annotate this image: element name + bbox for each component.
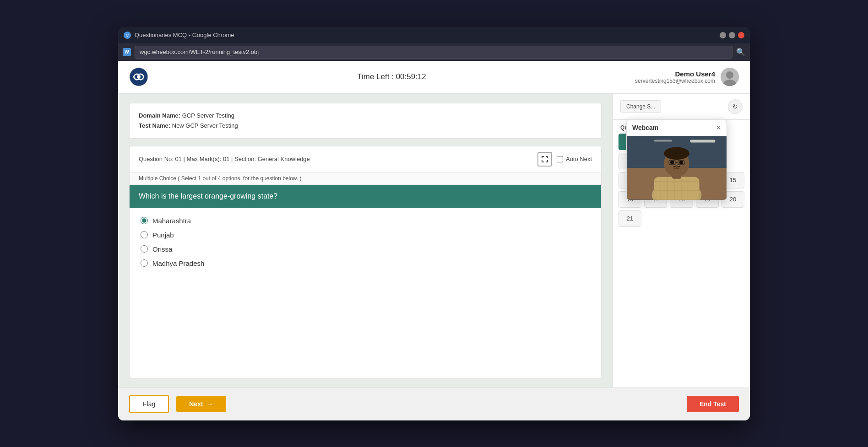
user-email: servertesting153@wheebox.com — [635, 78, 715, 84]
question-num-21[interactable]: 21 — [618, 210, 641, 227]
maximize-button[interactable] — [729, 32, 735, 38]
auto-next-label[interactable]: Auto Next — [557, 156, 592, 162]
end-test-button[interactable]: End Test — [687, 396, 739, 412]
domain-label: Domain Name: — [139, 112, 180, 119]
svg-rect-7 — [654, 140, 672, 141]
app-header: Time Left : 00:59:12 Demo User4 serverte… — [118, 61, 750, 94]
sidebar-header: Change S... ↻ — [613, 94, 750, 120]
question-meta-text: Question No: 01 | Max Mark(s): 01 | Sect… — [139, 156, 310, 162]
domain-value: GCP Server Testing — [182, 112, 234, 119]
webcam-feed — [627, 136, 727, 200]
question-meta-controls: Auto Next — [537, 152, 592, 167]
svg-point-1 — [137, 75, 141, 79]
test-name-info: Test Name: New GCP Server Testing — [139, 121, 592, 131]
option-1-text: Maharashtra — [152, 217, 191, 225]
chrome-logo: C — [124, 32, 131, 39]
next-button[interactable]: Next → — [176, 396, 226, 412]
svg-point-3 — [726, 71, 733, 79]
svg-rect-6 — [690, 140, 716, 142]
wheebox-logo — [129, 67, 148, 86]
question-card: Question No: 01 | Max Mark(s): 01 | Sect… — [129, 146, 602, 378]
sidebar-settings-icon[interactable]: ↻ — [728, 99, 743, 114]
timer-label: Time Left : — [357, 72, 394, 81]
window-title: Questionaries MCQ - Google Chrome — [135, 32, 716, 38]
user-avatar — [721, 68, 739, 86]
sidebar: Change S... ↻ Questio... 01 06 11 — [613, 94, 750, 388]
webcam-title: Webcam — [632, 124, 658, 131]
question-area: Domain Name: GCP Server Testing Test Nam… — [118, 94, 613, 388]
question-text: Which is the largest orange-growing stat… — [130, 185, 601, 208]
option-1-radio[interactable] — [141, 217, 148, 224]
option-4[interactable]: Madhya Pradesh — [141, 259, 590, 267]
option-3-radio[interactable] — [141, 245, 148, 253]
close-button[interactable] — [738, 32, 744, 38]
main-layout: Domain Name: GCP Server Testing Test Nam… — [118, 94, 750, 388]
option-3-text: Orissa — [152, 245, 172, 253]
user-info: Demo User4 servertesting153@wheebox.com — [635, 70, 715, 84]
next-button-label: Next — [189, 400, 203, 408]
flag-button[interactable]: Flag — [129, 395, 169, 413]
window-controls — [720, 32, 744, 38]
next-arrow-icon: → — [207, 400, 213, 408]
url-input[interactable] — [135, 46, 732, 59]
webcam-image — [627, 136, 727, 200]
option-3[interactable]: Orissa — [141, 245, 590, 253]
timer-area: Time Left : 00:59:12 — [148, 72, 635, 81]
logo-area — [129, 67, 148, 86]
timer-value: 00:59:12 — [396, 72, 426, 81]
browser-window: C Questionaries MCQ - Google Chrome W 🔍 — [118, 27, 750, 420]
svg-point-22 — [670, 160, 674, 165]
user-name: Demo User4 — [635, 70, 715, 78]
webcam-close-button[interactable]: × — [716, 124, 721, 132]
options-area: Maharashtra Punjab Orissa Madhya Pr — [130, 208, 601, 276]
bottom-bar: Flag Next → End Test — [118, 388, 750, 420]
fullscreen-button[interactable] — [537, 152, 552, 167]
svg-point-23 — [679, 160, 683, 165]
auto-next-text: Auto Next — [566, 156, 592, 162]
svg-point-21 — [664, 147, 689, 160]
address-bar: W 🔍 — [118, 43, 750, 61]
page-content: Time Left : 00:59:12 Demo User4 serverte… — [118, 61, 750, 420]
test-name-value: New GCP Server Testing — [172, 122, 238, 129]
auto-next-checkbox[interactable] — [557, 156, 563, 162]
option-1[interactable]: Maharashtra — [141, 217, 590, 225]
option-4-radio[interactable] — [141, 259, 148, 267]
option-2[interactable]: Punjab — [141, 231, 590, 239]
site-icon: W — [123, 48, 131, 56]
title-bar: C Questionaries MCQ - Google Chrome — [118, 27, 750, 43]
webcam-header: Webcam × — [627, 120, 727, 136]
domain-info: Domain Name: GCP Server Testing — [139, 111, 592, 121]
option-2-radio[interactable] — [141, 231, 148, 238]
question-instruction: Multiple Choice ( Select 1 out of 4 opti… — [130, 172, 601, 185]
question-meta: Question No: 01 | Max Mark(s): 01 | Sect… — [130, 146, 601, 172]
change-section-button[interactable]: Change S... — [620, 100, 661, 113]
option-4-text: Madhya Pradesh — [152, 259, 204, 267]
test-name-label: Test Name: — [139, 122, 170, 129]
test-info-card: Domain Name: GCP Server Testing Test Nam… — [129, 103, 602, 139]
option-2-text: Punjab — [152, 231, 174, 239]
search-icon: 🔍 — [736, 48, 745, 56]
user-area: Demo User4 servertesting153@wheebox.com — [635, 68, 739, 86]
webcam-popup: Webcam × — [626, 119, 727, 200]
minimize-button[interactable] — [720, 32, 726, 38]
